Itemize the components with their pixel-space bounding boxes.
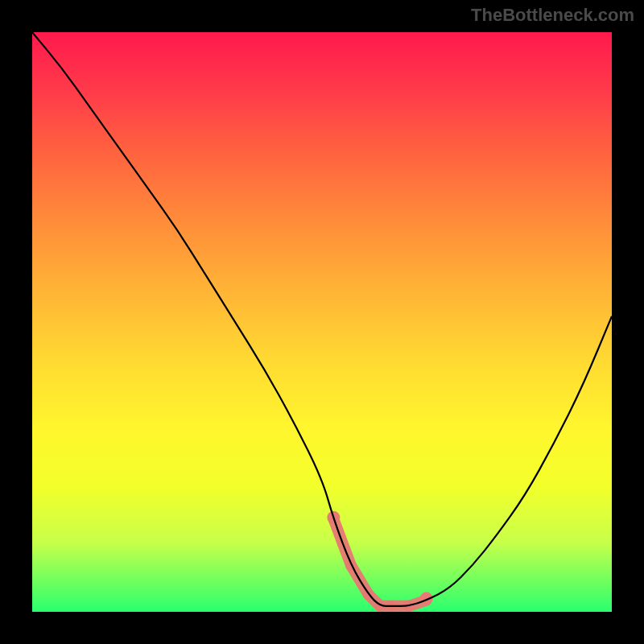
- chart-frame: TheBottleneck.com: [0, 0, 644, 644]
- chart-svg: [32, 32, 612, 612]
- watermark-text: TheBottleneck.com: [471, 5, 634, 26]
- minimum-band: [327, 511, 432, 606]
- plot-area: [32, 32, 612, 612]
- bottleneck-curve: [32, 32, 612, 606]
